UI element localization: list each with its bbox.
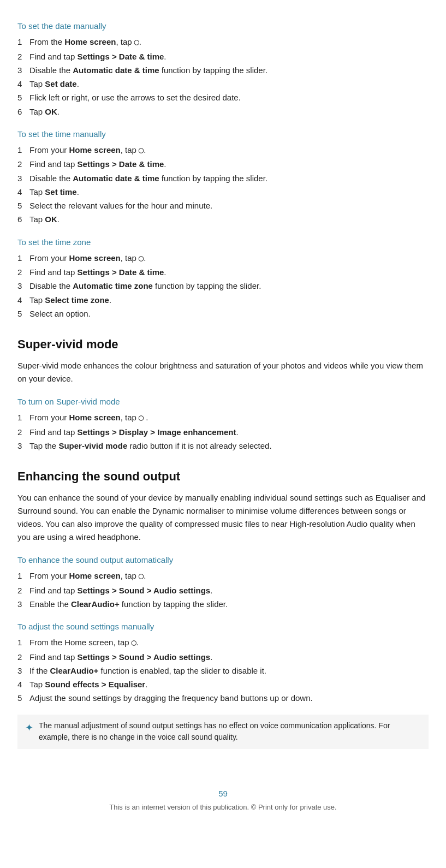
step-num: 4	[17, 78, 29, 90]
list-item: 3Disable the Automatic date & time funct…	[17, 172, 429, 185]
footer: 59 This is an internet version of this p…	[17, 782, 429, 813]
step-text: Find and tap Settings > Date & time.	[29, 266, 429, 278]
step-num: 5	[17, 91, 29, 104]
enhance-auto-steps: 1From your Home screen, tap ◯. 2Find and…	[17, 569, 429, 610]
list-item: 2Find and tap Settings > Sound > Audio s…	[17, 584, 429, 597]
enhancing-sound-section: Enhancing the sound output You can enhan…	[17, 467, 429, 749]
step-text: Disable the Automatic date & time functi…	[29, 172, 429, 185]
step-num: 2	[17, 426, 29, 438]
step-text: Tap OK.	[29, 105, 429, 118]
step-num: 4	[17, 294, 29, 306]
list-item: 5Flick left or right, or use the arrows …	[17, 91, 429, 104]
list-item: 5Select an option.	[17, 307, 429, 320]
list-item: 5Select the relevant values for the hour…	[17, 199, 429, 212]
step-num: 3	[17, 439, 29, 452]
list-item: 6Tap OK.	[17, 105, 429, 118]
list-item: 4Tap Sound effects > Equaliser.	[17, 678, 429, 691]
set-date-steps: 1From the Home screen, tap ◯. 2Find and …	[17, 35, 429, 118]
list-item: 1From the Home screen, tap ◯.	[17, 636, 429, 649]
step-num: 6	[17, 105, 29, 118]
list-item: 1From your Home screen, tap ◯.	[17, 144, 429, 157]
step-text: Flick left or right, or use the arrows t…	[29, 91, 429, 104]
step-text: Tap Sound effects > Equaliser.	[29, 678, 429, 691]
super-vivid-steps: 1From your Home screen, tap ◯ . 2Find an…	[17, 411, 429, 452]
set-time-steps: 1From your Home screen, tap ◯. 2Find and…	[17, 144, 429, 226]
list-item: 1From your Home screen, tap ◯.	[17, 252, 429, 265]
set-timezone-subheading: To set the time zone	[17, 236, 429, 248]
set-time-section: To set the time manually 1From your Home…	[17, 128, 429, 226]
step-text: Select an option.	[29, 307, 429, 320]
step-num: 1	[17, 411, 29, 424]
tip-box: ✦ The manual adjustment of sound output …	[17, 715, 429, 749]
adjust-manual-steps: 1From the Home screen, tap ◯. 2Find and …	[17, 636, 429, 704]
list-item: 2Find and tap Settings > Date & time.	[17, 50, 429, 63]
step-text: From your Home screen, tap ◯.	[29, 252, 429, 265]
step-text: Select the relevant values for the hour …	[29, 199, 429, 212]
super-vivid-subheading: To turn on Super-vivid mode	[17, 395, 429, 408]
step-num: 3	[17, 172, 29, 185]
step-text: Find and tap Settings > Sound > Audio se…	[29, 584, 429, 597]
super-vivid-body: Super-vivid mode enhances the colour bri…	[17, 359, 429, 385]
tip-text: The manual adjustment of sound output se…	[39, 720, 421, 744]
step-text: Enable the ClearAudio+ function by tappi…	[29, 598, 429, 610]
adjust-manual-subheading: To adjust the sound settings manually	[17, 620, 429, 633]
step-text: Disable the Automatic date & time functi…	[29, 64, 429, 76]
step-text: Find and tap Settings > Date & time.	[29, 50, 429, 63]
step-text: Adjust the sound settings by dragging th…	[29, 692, 429, 704]
list-item: 6Tap OK.	[17, 213, 429, 225]
enhance-auto-subheading: To enhance the sound output automaticall…	[17, 554, 429, 566]
list-item: 3If the ClearAudio+ function is enabled,…	[17, 664, 429, 677]
step-num: 2	[17, 584, 29, 597]
step-text: From your Home screen, tap ◯.	[29, 144, 429, 157]
tip-icon: ✦	[25, 721, 33, 736]
step-num: 4	[17, 186, 29, 198]
step-num: 2	[17, 158, 29, 170]
step-num: 1	[17, 569, 29, 582]
set-timezone-steps: 1From your Home screen, tap ◯. 2Find and…	[17, 252, 429, 320]
step-num: 3	[17, 664, 29, 677]
set-date-subheading: To set the date manually	[17, 20, 429, 32]
step-text: Tap Set date.	[29, 78, 429, 90]
step-num: 1	[17, 636, 29, 649]
step-num: 5	[17, 307, 29, 320]
step-num: 1	[17, 35, 29, 49]
step-num: 3	[17, 598, 29, 610]
step-num: 4	[17, 678, 29, 691]
step-text: Find and tap Settings > Date & time.	[29, 158, 429, 170]
step-num: 5	[17, 692, 29, 704]
list-item: 3Enable the ClearAudio+ function by tapp…	[17, 598, 429, 610]
step-text: From the Home screen, tap ◯.	[29, 636, 429, 649]
legal-text: This is an internet version of this publ…	[109, 803, 336, 811]
enhancing-sound-body: You can enhance the sound of your device…	[17, 491, 429, 544]
step-num: 6	[17, 213, 29, 225]
set-time-subheading: To set the time manually	[17, 128, 429, 140]
step-num: 2	[17, 266, 29, 278]
list-item: 2Find and tap Settings > Display > Image…	[17, 426, 429, 438]
step-text: From the Home screen, tap ◯.	[29, 35, 429, 49]
step-text: Tap Set time.	[29, 186, 429, 198]
list-item: 4Tap Set date.	[17, 78, 429, 90]
list-item: 2Find and tap Settings > Date & time.	[17, 158, 429, 170]
step-text: If the ClearAudio+ function is enabled, …	[29, 664, 429, 677]
step-text: From your Home screen, tap ◯.	[29, 569, 429, 582]
step-num: 2	[17, 50, 29, 63]
enhancing-sound-heading: Enhancing the sound output	[17, 467, 429, 486]
step-num: 3	[17, 64, 29, 76]
super-vivid-section: Super-vivid mode Super-vivid mode enhanc…	[17, 335, 429, 452]
list-item: 2Find and tap Settings > Date & time.	[17, 266, 429, 278]
list-item: 1From the Home screen, tap ◯.	[17, 35, 429, 49]
super-vivid-heading: Super-vivid mode	[17, 335, 429, 354]
page-number: 59	[17, 787, 429, 800]
list-item: 1From your Home screen, tap ◯.	[17, 569, 429, 582]
list-item: 3Disable the Automatic time zone functio…	[17, 280, 429, 292]
list-item: 5Adjust the sound settings by dragging t…	[17, 692, 429, 704]
step-num: 1	[17, 144, 29, 157]
step-num: 2	[17, 651, 29, 663]
set-timezone-section: To set the time zone 1From your Home scr…	[17, 236, 429, 320]
step-text: Tap OK.	[29, 213, 429, 225]
step-num: 1	[17, 252, 29, 265]
step-text: Tap Select time zone.	[29, 294, 429, 306]
step-text: Disable the Automatic time zone function…	[29, 280, 429, 292]
list-item: 4Tap Set time.	[17, 186, 429, 198]
set-date-section: To set the date manually 1From the Home …	[17, 20, 429, 118]
